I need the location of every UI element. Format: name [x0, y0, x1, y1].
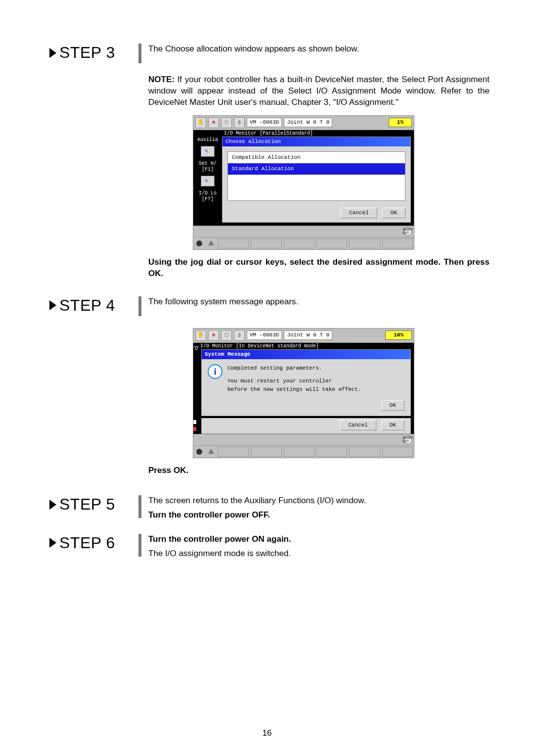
- step-6-label: STEP 6: [49, 534, 138, 552]
- step-3-instruction: Using the jog dial or cursor keys, selec…: [148, 257, 490, 280]
- triangle-icon: [49, 500, 56, 510]
- io-monitor-title: I/O Monitor [In DeviceNet standard mode]: [198, 343, 414, 350]
- hand-icon[interactable]: ✋: [195, 330, 206, 341]
- doc-icon[interactable]: ▯: [234, 117, 245, 128]
- fkey[interactable]: [382, 447, 413, 457]
- step-3-note: NOTE: If your robot controller has a bui…: [148, 74, 490, 108]
- shortcut-button[interactable]: SHORT CUT: [404, 227, 412, 236]
- fkey[interactable]: [349, 447, 380, 457]
- fkey[interactable]: [218, 447, 249, 457]
- footer-keys: [193, 445, 414, 458]
- msg-line-3: before the new settings will take effect…: [227, 385, 361, 394]
- step-5-content: The screen returns to the Auxiliary Func…: [148, 495, 490, 524]
- cancel-button[interactable]: Cancel: [340, 420, 376, 430]
- ok-button[interactable]: OK: [381, 400, 404, 411]
- cube-icon[interactable]: ⬚: [221, 330, 232, 341]
- system-message-text: Completed setting parameters. You must r…: [227, 364, 361, 394]
- step-6-line-2: The I/O assignment mode is switched.: [148, 548, 490, 560]
- step-divider: [138, 495, 141, 518]
- fkey[interactable]: [316, 238, 347, 248]
- circle-icon: [196, 449, 202, 455]
- footer-keys: [193, 237, 414, 249]
- side-aux-label: Auxilia: [195, 137, 220, 143]
- fkey[interactable]: [284, 447, 314, 457]
- triangle-icon: [49, 300, 56, 310]
- down-triangle-icon: ▽: [193, 343, 198, 354]
- marker-red: [193, 427, 196, 431]
- fkey[interactable]: [251, 447, 281, 457]
- triangle-up-icon: [208, 449, 214, 454]
- step-4-content: The following system message appears.: [148, 296, 490, 311]
- fkey[interactable]: [316, 447, 347, 457]
- msg-line-2: You must restart your controller: [227, 377, 361, 385]
- step-6-line-1: Turn the controller power ON again.: [148, 534, 490, 545]
- option-standard[interactable]: Standard Allocation: [228, 163, 405, 175]
- ok-button[interactable]: OK: [382, 208, 405, 218]
- pendant-screenshot-2: ✋ ⬘ ⬚ ▯ VM -6083D Joint W 0 T 0 10% ▽: [193, 328, 490, 459]
- info-icon: i: [208, 364, 222, 379]
- fkey[interactable]: [218, 238, 249, 248]
- step-4-intro: The following system message appears.: [148, 296, 490, 308]
- step-3-label: STEP 3: [49, 44, 138, 62]
- triangle-icon: [49, 48, 56, 58]
- fkey[interactable]: [251, 238, 281, 248]
- doc-icon[interactable]: ▯: [234, 330, 245, 341]
- note-body: If your robot controller has a built-in …: [148, 75, 490, 107]
- step-divider: [138, 296, 141, 316]
- robot-icon[interactable]: ⬘: [208, 117, 219, 128]
- step-5-line-1: The screen returns to the Auxiliary Func…: [148, 495, 490, 507]
- step-label-text: STEP 4: [59, 296, 115, 315]
- step-divider: [138, 534, 141, 557]
- triangle-up-icon: [208, 240, 214, 245]
- ok-button[interactable]: OK: [381, 420, 404, 430]
- step-4-press-ok: Press OK.: [148, 465, 490, 476]
- step-3-content: The Choose allocation window appears as …: [148, 44, 490, 58]
- pendant-screenshot-1: ✋ ⬘ ⬚ ▯ VM -6083D Joint W 0 T 0 1% Auxil…: [193, 115, 490, 250]
- pendant-topbar: ✋ ⬘ ⬚ ▯ VM -6083D Joint W 0 T 0 1%: [193, 116, 414, 130]
- window-title: Choose allocation: [222, 137, 410, 146]
- robot-icon[interactable]: ⬘: [208, 330, 219, 341]
- step-5-line-2: Turn the controller power OFF.: [148, 510, 490, 521]
- fkey[interactable]: [382, 238, 413, 248]
- msg-line-1: Completed setting parameters.: [227, 364, 361, 373]
- io-monitor-title: I/O Monitor [ParallelStandard]: [222, 130, 414, 137]
- step-label-text: STEP 3: [59, 44, 115, 62]
- choose-allocation-window: Choose allocation Compatible Allocation …: [222, 137, 411, 222]
- lower-button-row: Cancel OK: [201, 418, 411, 434]
- step-3-intro: The Choose allocation window appears as …: [148, 44, 490, 55]
- cube-icon[interactable]: ⬚: [221, 117, 232, 128]
- marker-white: [193, 420, 196, 424]
- pencil-icon[interactable]: [201, 146, 215, 157]
- joint-field: Joint W 0 T 0: [284, 118, 332, 127]
- vm-field: VM -6083D: [247, 331, 282, 340]
- shortcut-button[interactable]: SHORT CUT: [404, 435, 412, 444]
- pendant-leftmargin: ▽: [193, 343, 198, 434]
- step-6-content: Turn the controller power ON again. The …: [148, 534, 490, 563]
- system-message-window: System Message i Completed setting param…: [201, 349, 411, 416]
- side-set-label: Set H/ [F1]: [195, 161, 220, 173]
- cancel-button[interactable]: Cancel: [341, 208, 377, 218]
- pendant-side: Auxilia Set H/ [F1] I/O Lo [F7]: [193, 130, 222, 226]
- pencil-icon[interactable]: [201, 176, 215, 187]
- battery-indicator: 1%: [389, 118, 412, 127]
- step-4-label: STEP 4: [49, 296, 138, 315]
- fkey[interactable]: [349, 238, 380, 248]
- step-label-text: STEP 6: [59, 534, 115, 552]
- vm-field: VM -6083D: [247, 118, 282, 127]
- window-title: System Message: [202, 350, 410, 359]
- joint-field: Joint W 0 T 0: [284, 331, 332, 340]
- step-5-label: STEP 5: [49, 495, 138, 514]
- note-lead: NOTE:: [148, 75, 175, 84]
- triangle-icon: [49, 538, 56, 548]
- side-io-label: I/O Lo [F7]: [195, 190, 220, 202]
- pendant-topbar: ✋ ⬘ ⬚ ▯ VM -6083D Joint W 0 T 0 10%: [193, 329, 414, 343]
- battery-indicator: 10%: [385, 331, 412, 340]
- circle-icon: [196, 240, 202, 246]
- step-label-text: STEP 5: [59, 495, 115, 514]
- step-divider: [138, 44, 141, 63]
- page-number: 16: [263, 728, 272, 738]
- option-compatible[interactable]: Compatible Allocation: [228, 152, 405, 163]
- hand-icon[interactable]: ✋: [195, 117, 206, 128]
- fkey[interactable]: [284, 238, 314, 248]
